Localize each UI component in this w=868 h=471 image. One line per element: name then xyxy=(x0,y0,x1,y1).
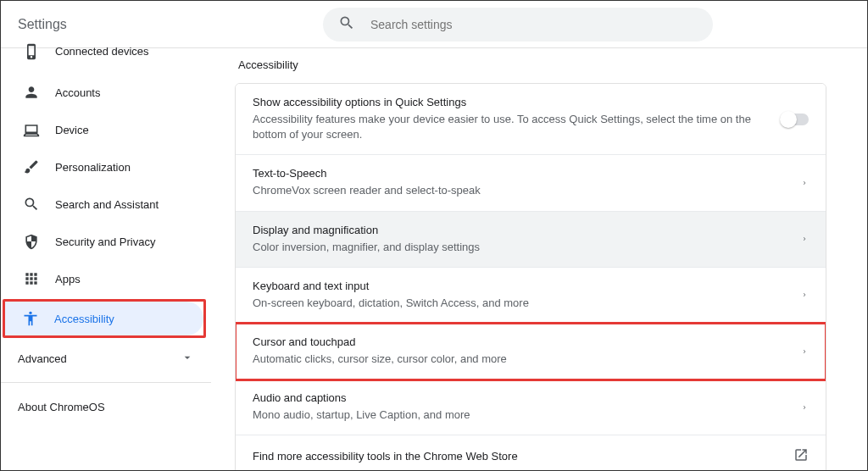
advanced-label: Advanced xyxy=(18,352,67,365)
sidebar-item-accessibility[interactable]: Accessibility xyxy=(5,302,203,335)
about-label: About ChromeOS xyxy=(18,401,105,413)
sidebar-item-device[interactable]: Device xyxy=(6,113,211,147)
settings-card: Show accessibility options in Quick Sett… xyxy=(235,83,826,470)
sidebar-highlight: Accessibility xyxy=(3,299,206,338)
page-title: Settings xyxy=(18,17,323,32)
main-content: Accessibility Show accessibility options… xyxy=(211,48,867,470)
chevron-right-icon xyxy=(800,234,809,244)
row-audio-captions[interactable]: Audio and captions Mono audio, startup, … xyxy=(236,380,826,435)
sidebar-about[interactable]: About ChromeOS xyxy=(1,386,211,427)
row-desc: ChromeVox screen reader and select-to-sp… xyxy=(253,183,790,198)
sidebar-item-label: Accessibility xyxy=(54,313,114,325)
row-desc: Accessibility features make your device … xyxy=(253,112,770,142)
row-desc: On-screen keyboard, dictation, Switch Ac… xyxy=(253,296,790,311)
section-title: Accessibility xyxy=(238,58,826,71)
phone-icon xyxy=(23,48,40,65)
sidebar-item-apps[interactable]: Apps xyxy=(6,262,211,296)
row-web-store[interactable]: Find more accessibility tools in the Chr… xyxy=(236,435,826,470)
sidebar-item-label: Search and Assistant xyxy=(55,198,159,211)
arrow-down-icon xyxy=(181,351,194,367)
row-desc: Color inversion, magnifier, and display … xyxy=(253,240,790,255)
sidebar-item-label: Personalization xyxy=(55,161,131,174)
search-icon xyxy=(338,14,355,34)
sidebar-item-label: Connected devices xyxy=(55,45,149,58)
search-box[interactable] xyxy=(323,8,713,42)
search-icon xyxy=(23,196,40,213)
shield-icon xyxy=(23,233,40,250)
chevron-right-icon xyxy=(800,402,809,413)
accessibility-icon xyxy=(22,310,39,327)
row-desc: Mono audio, startup, Live Caption, and m… xyxy=(253,407,790,423)
search-input[interactable] xyxy=(370,18,698,31)
row-text-to-speech[interactable]: Text-to-Speech ChromeVox screen reader a… xyxy=(236,155,826,211)
sidebar-item-connected-devices[interactable]: Connected devices xyxy=(6,48,211,72)
row-title: Audio and captions xyxy=(253,391,790,404)
row-cursor-touchpad[interactable]: Cursor and touchpad Automatic clicks, cu… xyxy=(236,324,826,380)
row-title: Keyboard and text input xyxy=(253,280,790,292)
sidebar-item-security-privacy[interactable]: Security and Privacy xyxy=(6,224,211,258)
chevron-right-icon xyxy=(800,178,809,188)
toggle-switch[interactable] xyxy=(782,114,809,125)
chevron-right-icon xyxy=(800,346,809,357)
brush-icon xyxy=(23,158,40,175)
sidebar-item-label: Security and Privacy xyxy=(55,236,156,248)
row-quick-settings[interactable]: Show accessibility options in Quick Sett… xyxy=(236,84,826,155)
laptop-icon xyxy=(23,121,40,138)
row-title: Text-to-Speech xyxy=(253,167,790,180)
row-title: Cursor and touchpad xyxy=(253,335,790,348)
open-external-icon xyxy=(793,447,809,465)
sidebar-advanced[interactable]: Advanced xyxy=(1,338,211,379)
sidebar-item-label: Device xyxy=(55,124,89,136)
sidebar-item-label: Accounts xyxy=(55,86,100,99)
sidebar-item-search-assistant[interactable]: Search and Assistant xyxy=(6,187,211,221)
sidebar-item-personalization[interactable]: Personalization xyxy=(6,150,211,184)
row-title: Show accessibility options in Quick Sett… xyxy=(253,96,770,108)
row-desc: Automatic clicks, cursor size, cursor co… xyxy=(253,352,790,367)
divider xyxy=(1,382,211,383)
row-keyboard-text-input[interactable]: Keyboard and text input On-screen keyboa… xyxy=(236,268,826,324)
sidebar-item-label: Apps xyxy=(55,273,81,285)
row-display-magnification[interactable]: Display and magnification Color inversio… xyxy=(236,212,826,268)
chevron-right-icon xyxy=(800,290,809,300)
apps-icon xyxy=(23,270,40,287)
sidebar-item-accounts[interactable]: Accounts xyxy=(6,75,211,109)
sidebar: Connected devices Accounts Device Person… xyxy=(1,48,211,470)
person-icon xyxy=(23,84,40,101)
row-title: Find more accessibility tools in the Chr… xyxy=(253,450,793,463)
row-title: Display and magnification xyxy=(253,224,790,236)
